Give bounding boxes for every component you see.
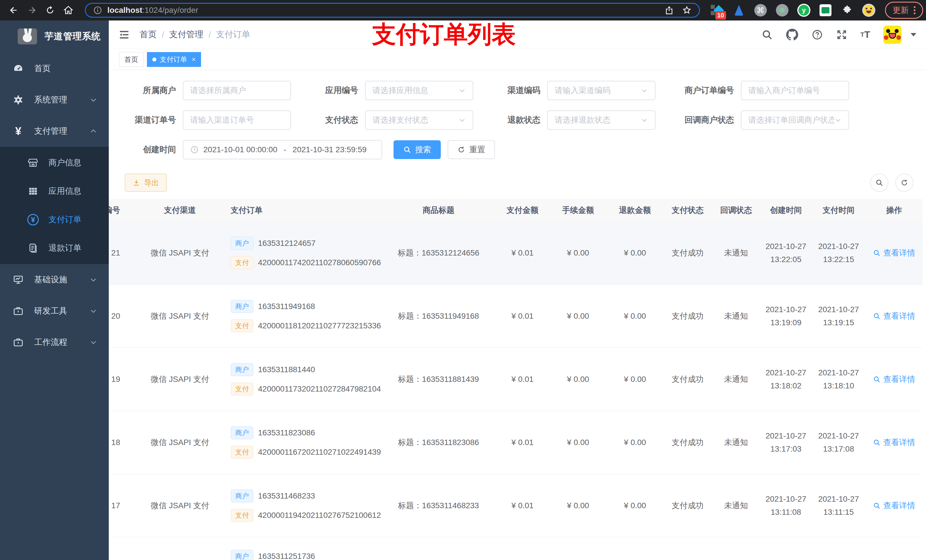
sidebar-item-refund-order[interactable]: 退款订单 [0, 234, 109, 263]
view-detail-link[interactable]: 查看详情 [873, 374, 915, 385]
sidebar-item-infra[interactable]: 基础设施 [0, 264, 109, 295]
browser-menu-icon[interactable] [914, 6, 915, 14]
home-icon[interactable] [62, 4, 75, 17]
toggle-search-button[interactable] [870, 174, 888, 192]
extension-emoji-icon[interactable] [862, 4, 875, 17]
title-value: 1635311881439 [422, 375, 479, 384]
help-icon[interactable] [811, 29, 823, 41]
extension-diamond-icon[interactable]: 10 [711, 4, 724, 17]
tab-pay-order[interactable]: 支付订单 × [147, 52, 201, 67]
close-tab-icon[interactable]: × [192, 56, 196, 63]
merchant-tag: 商户 [231, 426, 253, 439]
sidebar-item-label: 支付管理 [34, 125, 67, 137]
notify-status: 未通知 [712, 311, 760, 322]
sidebar-item-dev-tools[interactable]: 研发工具 [0, 295, 109, 327]
filter-row-2: 渠道订单号 支付状态 请选择支付状态 退款状态 请选择退款状态 回调商户状态 请… [109, 110, 926, 130]
bookmark-star-icon[interactable] [682, 5, 691, 15]
notify-status-select[interactable]: 请选择订单回调商户状态 [741, 110, 849, 130]
sidebar-item-payment[interactable]: ¥ 支付管理 [0, 116, 109, 147]
pay-tag: 支付 [231, 445, 253, 459]
title-prefix: 标题： [398, 311, 422, 322]
view-detail-link[interactable]: 查看详情 [873, 311, 915, 322]
reload-icon[interactable] [44, 4, 56, 17]
channel-order-no-input[interactable] [183, 110, 291, 130]
github-icon[interactable] [786, 29, 799, 41]
sidebar-item-label: 工作流程 [34, 337, 67, 348]
pay-time: 2021-10-2713:19:15 [811, 303, 865, 329]
sidebar-item-workflow[interactable]: 工作流程 [0, 327, 109, 358]
table-body: 21 微信 JSAPI 支付 商户 1635312124657 支付 42000… [109, 221, 923, 537]
date-range-end: 2021-10-31 23:59:59 [292, 145, 366, 154]
pay-amount: ¥ 0.01 [495, 375, 549, 384]
breadcrumb-home[interactable]: 首页 [139, 29, 157, 41]
refund-status-select[interactable]: 请选择退款状态 [547, 110, 655, 130]
order-id: 18 [109, 438, 135, 447]
chevron-down-icon [89, 276, 97, 284]
filter-label: 应用编号 [291, 85, 365, 96]
breadcrumb-pay-order: 支付订单 [216, 29, 250, 41]
share-icon[interactable] [664, 5, 674, 15]
fullscreen-icon[interactable] [836, 29, 847, 41]
view-detail-link[interactable]: 查看详情 [873, 437, 915, 448]
tab-home[interactable]: 首页 [119, 52, 144, 67]
export-button[interactable]: 导出 [125, 174, 167, 192]
search-icon[interactable] [761, 29, 773, 41]
breadcrumb: 首页 / 支付管理 / 支付订单 [139, 29, 250, 41]
title-prefix: 标题： [398, 500, 422, 511]
app-logo-rabbit-image [18, 29, 37, 44]
pay-status-select[interactable]: 请选择支付状态 [365, 110, 473, 130]
fee-amount: ¥ 0.00 [549, 438, 607, 447]
order-id: 17 [109, 501, 135, 510]
merchant-input[interactable] [183, 81, 291, 100]
font-size-icon[interactable]: TT [861, 29, 870, 40]
app-logo-row[interactable]: 芋道管理系统 [0, 21, 109, 52]
address-bar[interactable]: localhost:1024/pay/order [85, 3, 700, 18]
breadcrumb-pay-manage[interactable]: 支付管理 [169, 29, 203, 41]
chevron-down-icon [834, 116, 842, 124]
search-button[interactable]: 搜索 [393, 140, 441, 159]
active-tab-dot [152, 57, 156, 62]
reset-button-label: 重置 [469, 144, 485, 155]
sidebar-item-pay-order[interactable]: ¥ 支付订单 [0, 205, 109, 234]
grid-icon [27, 186, 39, 196]
site-info-icon[interactable] [93, 6, 102, 15]
channel-code-select[interactable]: 请输入渠道编码 [547, 81, 655, 100]
product-title: 标题：1635311881439 [381, 374, 495, 385]
merchant-order-no-input[interactable] [741, 81, 849, 100]
user-avatar[interactable] [883, 26, 902, 44]
extension-y-icon[interactable]: y [797, 4, 810, 17]
notify-status: 未通知 [712, 500, 760, 511]
briefcase-icon [12, 337, 24, 348]
extension-cone-icon[interactable] [732, 4, 746, 17]
col-header-create-time: 创建时间 [760, 205, 811, 216]
app-select[interactable]: 请选择应用信息 [365, 81, 473, 100]
table-row: 21 微信 JSAPI 支付 商户 1635312124657 支付 42000… [109, 221, 923, 285]
pay-channel: 微信 JSAPI 支付 [135, 437, 225, 448]
sidebar-item-system[interactable]: 系统管理 [0, 84, 109, 116]
sidebar-item-label: 首页 [34, 63, 51, 74]
sidebar-item-app-info[interactable]: 应用信息 [0, 177, 109, 205]
extension-command-icon[interactable]: ⌘ [754, 4, 767, 17]
sidebar-collapse-icon[interactable] [118, 29, 130, 41]
refresh-table-button[interactable] [895, 174, 914, 192]
merchant-tag: 商户 [231, 300, 253, 313]
back-icon[interactable] [8, 4, 20, 17]
shop-icon [27, 157, 39, 168]
extension-chat-icon[interactable] [819, 4, 832, 17]
pay-channel: 微信 JSAPI 支付 [135, 500, 225, 511]
forward-icon[interactable] [26, 4, 38, 17]
sidebar: 芋道管理系统 首页 系统管理 ¥ 支付管理 商户信息 [0, 21, 109, 560]
view-detail-link[interactable]: 查看详情 [873, 248, 915, 258]
create-time-range-picker[interactable]: 2021-10-01 00:00:00 - 2021-10-31 23:59:5… [183, 140, 382, 159]
tab-label: 支付订单 [160, 55, 187, 64]
product-title: 标题：1635312124656 [381, 248, 495, 258]
top-navbar: 首页 / 支付管理 / 支付订单 支付订单列表 TT [109, 21, 926, 49]
sidebar-item-home[interactable]: 首页 [0, 53, 109, 84]
browser-update-button[interactable]: 更新 [885, 2, 923, 19]
user-menu-caret-icon[interactable] [911, 33, 916, 36]
sidebar-item-merchant-info[interactable]: 商户信息 [0, 148, 109, 177]
reset-button[interactable]: 重置 [448, 140, 495, 159]
extension-record-icon[interactable] [776, 4, 789, 17]
extensions-puzzle-icon[interactable] [841, 4, 854, 17]
view-detail-link[interactable]: 查看详情 [873, 500, 915, 511]
